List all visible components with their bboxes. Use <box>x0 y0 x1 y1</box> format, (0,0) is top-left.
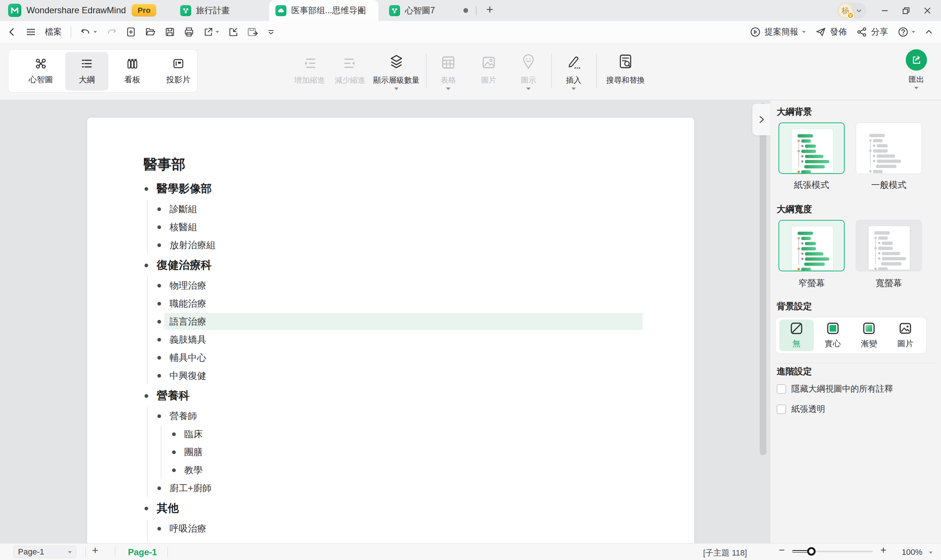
bullet-icon <box>172 451 176 454</box>
main-menu-icon[interactable] <box>26 27 36 37</box>
file-menu[interactable]: 檔案 <box>45 26 62 37</box>
presentation-caret-icon[interactable] <box>802 31 806 35</box>
undo-caret-icon[interactable] <box>94 31 97 35</box>
export-button[interactable]: 匯出 <box>897 49 935 92</box>
outline-topic-selected[interactable]: 語言治療 <box>87 312 694 331</box>
outline-topic[interactable]: 臨床 <box>87 425 694 443</box>
import-button[interactable] <box>228 27 238 37</box>
tool-find-replace[interactable]: 搜尋和替換 <box>590 49 660 85</box>
zoom-caret-icon[interactable] <box>929 552 933 555</box>
wide-screen-label: 寬螢幕 <box>856 277 922 289</box>
zoom-level[interactable]: 100% <box>902 548 922 557</box>
open-file-button[interactable] <box>145 27 156 37</box>
section-title-outline-background: 大綱背景 <box>776 106 812 118</box>
page-select-dropdown[interactable]: Page-1 <box>13 546 77 558</box>
mode-mindmap[interactable]: 心智圖 <box>19 52 63 91</box>
save-as-button[interactable] <box>247 27 258 37</box>
insert-caret-icon[interactable] <box>572 88 576 92</box>
ribbon: 心智圖 大綱 看板 投影片 增加縮進 減少縮進 顯 <box>0 43 941 100</box>
restore-button[interactable] <box>899 5 913 17</box>
presentation-button[interactable]: 提案簡報 <box>750 26 806 37</box>
mode-outline[interactable]: 大綱 <box>65 52 109 91</box>
page-tab[interactable]: Page-1 <box>128 547 157 557</box>
image-icon <box>898 322 912 335</box>
tab-modified-dot[interactable] <box>359 8 364 13</box>
outline-topic[interactable]: 團膳 <box>87 443 694 461</box>
bullet-icon <box>157 302 161 306</box>
export-caret-icon[interactable] <box>215 31 219 35</box>
paper-mode-card[interactable] <box>778 122 845 174</box>
paper-transparent-row[interactable]: 紙張透明 <box>776 403 825 415</box>
collapse-toolbar-icon[interactable] <box>267 28 275 36</box>
bg-solid-option[interactable]: 實心 <box>816 320 850 351</box>
outline-topic[interactable]: 營養科 <box>87 387 694 405</box>
outline-topic[interactable]: 輔具中心 <box>87 349 694 366</box>
save-button[interactable] <box>165 27 175 37</box>
account-menu[interactable]: 杨 V <box>837 3 867 19</box>
statusbar-divider <box>115 547 115 557</box>
print-button[interactable] <box>184 27 194 37</box>
hide-annotations-checkbox[interactable] <box>776 384 786 394</box>
new-tab-button[interactable]: + <box>486 2 494 17</box>
bullet-icon <box>157 284 161 288</box>
outline-topic[interactable]: 教學 <box>87 461 694 479</box>
panel-collapse-button[interactable] <box>752 104 770 135</box>
bg-none-option[interactable]: 無 <box>779 320 814 351</box>
export-options-caret-icon[interactable] <box>914 87 919 92</box>
table-caret-icon <box>446 88 451 92</box>
hide-annotations-row[interactable]: 隱藏大綱視圖中的所有註釋 <box>776 383 893 395</box>
zoom-slider-track[interactable] <box>792 551 873 552</box>
new-document-button[interactable] <box>126 27 136 37</box>
bg-gradient-option[interactable]: 漸變 <box>852 320 886 351</box>
outline-topic[interactable]: 職能治療 <box>87 294 694 312</box>
tab-label: 心智圖7 <box>405 5 435 16</box>
close-button[interactable] <box>920 5 935 17</box>
bullet-icon <box>157 414 161 418</box>
help-button[interactable] <box>898 26 915 37</box>
bullet-icon <box>145 187 148 191</box>
pro-badge: Pro <box>132 4 156 17</box>
bg-image-option[interactable]: 圖片 <box>888 320 923 351</box>
share-button[interactable]: 分享 <box>856 26 888 37</box>
narrow-screen-card[interactable] <box>778 220 845 271</box>
vertical-scrollbar[interactable] <box>760 103 766 455</box>
minimize-button[interactable] <box>877 5 892 17</box>
normal-mode-label: 一般模式 <box>856 179 922 191</box>
add-page-button[interactable]: + <box>92 544 98 557</box>
bullet-icon <box>157 225 161 229</box>
mode-kanban[interactable]: 看板 <box>111 52 154 91</box>
outline-topic[interactable]: 核醫組 <box>87 218 694 236</box>
bullet-icon <box>157 486 161 490</box>
paper-transparent-checkbox[interactable] <box>776 405 786 414</box>
outline-topic[interactable]: 營養師 <box>87 407 694 425</box>
outline-topic[interactable]: 放射治療組 <box>87 236 694 254</box>
bullet-icon <box>157 243 161 247</box>
outline-root-topic[interactable]: 醫事部 <box>143 153 185 175</box>
outline-topic[interactable]: 義肢矯具 <box>87 331 694 349</box>
outline-topic[interactable]: 呼吸治療 <box>87 520 694 538</box>
doc-tab-medical-dept[interactable]: 医事部组...思维导图 <box>269 0 378 21</box>
export-quick-button[interactable] <box>203 27 219 37</box>
tab-modified-dot[interactable] <box>463 8 468 13</box>
outline-topic[interactable]: 物理治療 <box>87 277 694 294</box>
wide-screen-card[interactable] <box>856 220 922 271</box>
help-caret-icon[interactable] <box>912 31 915 35</box>
outline-topic[interactable]: 復健治療科 <box>87 256 694 274</box>
zoom-out-button[interactable]: − <box>779 544 785 556</box>
outline-topic[interactable]: 醫學影像部 <box>87 180 694 198</box>
collapse-ribbon-button[interactable] <box>924 27 934 37</box>
mode-slides[interactable]: 投影片 <box>157 52 200 91</box>
outline-topic[interactable]: 其他 <box>87 499 694 517</box>
show-levels-caret-icon[interactable] <box>394 88 398 92</box>
outline-topic[interactable]: 廚工+廚師 <box>87 479 694 497</box>
doc-tab-mindmap7[interactable]: 心智圖7 <box>383 0 473 21</box>
outline-topic[interactable]: 診斷組 <box>87 200 694 218</box>
back-button[interactable] <box>7 27 17 37</box>
normal-mode-card[interactable] <box>856 122 922 174</box>
undo-button[interactable] <box>80 27 97 37</box>
zoom-slider-thumb[interactable] <box>807 547 816 555</box>
outline-topic[interactable]: 中興復健 <box>87 366 694 385</box>
publish-button[interactable]: 發佈 <box>815 26 847 37</box>
zoom-in-button[interactable]: + <box>880 544 886 556</box>
tab-separator <box>476 6 477 15</box>
